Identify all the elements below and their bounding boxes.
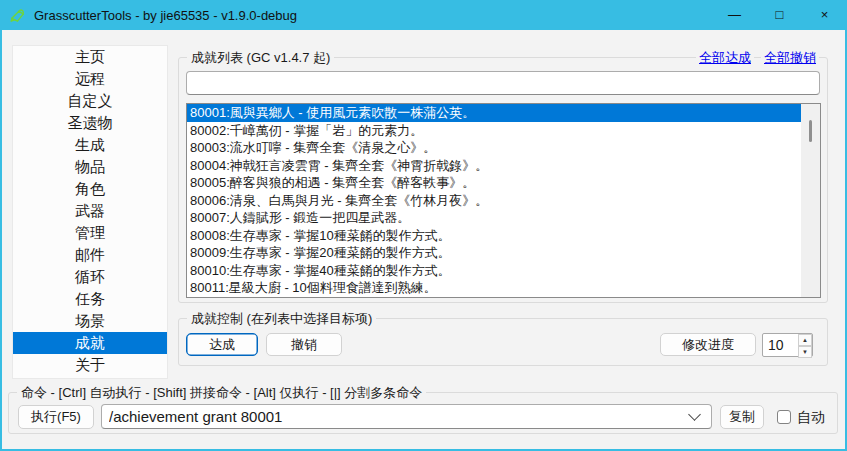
sidebar-nav: 主页 远程 自定义 圣遗物 生成 物品 角色 武器 管理 邮件 循环 任务 场景… [12,45,168,379]
sidebar-item-quests[interactable]: 任务 [13,288,167,310]
app-icon [9,7,26,24]
sidebar-item-about[interactable]: 关于 [13,354,167,376]
modify-progress-button[interactable]: 修改进度 [660,333,756,356]
maximize-button[interactable]: □ [757,0,802,30]
sidebar-item-management[interactable]: 管理 [13,222,167,244]
achievement-list-item[interactable]: 80008:生存專家 - 掌握10種菜餚的製作方式。 [187,227,801,245]
achievement-list-item[interactable]: 80011:星級大廚 - 10個料理食譜達到熟練。 [187,279,801,297]
achievement-list-item[interactable]: 80003:流水叮嚀 - 集齊全套《清泉之心》。 [187,139,801,157]
grant-button[interactable]: 达成 [186,333,258,356]
minimize-button[interactable]: — [712,0,757,30]
achievement-list-item[interactable]: 80001:風與異鄉人 - 使用風元素吹散一株蒲公英。 [187,104,801,122]
sidebar-item-achievements[interactable]: 成就 [13,332,167,354]
achievement-list-item[interactable]: 80002:千嶂萬仞 - 掌握「岩」的元素力。 [187,122,801,140]
command-input[interactable] [102,408,690,425]
achievement-list-item[interactable]: 80005:醉客與狼的相遇 - 集齊全套《醉客軼事》。 [187,174,801,192]
sidebar-item-mail[interactable]: 邮件 [13,244,167,266]
command-group-title: 命令 - [Ctrl] 自动执行 - [Shift] 拼接命令 - [Alt] … [17,385,426,401]
auto-checkbox-label[interactable]: 自动 [797,407,825,427]
spin-up-icon[interactable]: ▲ [798,334,812,346]
progress-stepper: ▲ ▼ [762,333,813,357]
sidebar-item-items[interactable]: 物品 [13,156,167,178]
copy-button[interactable]: 复制 [720,405,764,429]
sidebar-item-remote[interactable]: 远程 [13,68,167,90]
achievement-listbox: 80001:風與異鄉人 - 使用風元素吹散一株蒲公英。 80002:千嶂萬仞 -… [186,103,821,298]
achievement-list-item[interactable]: 80009:生存專家 - 掌握20種菜餚的製作方式。 [187,244,801,262]
grant-all-link[interactable]: 全部达成 [696,50,754,66]
command-combobox [101,404,712,429]
achievement-filter-input[interactable] [186,71,820,95]
sidebar-item-home[interactable]: 主页 [13,46,167,68]
achievement-list-item[interactable]: 80006:清泉、白馬與月光 - 集齊全套《竹林月夜》。 [187,192,801,210]
window-titlebar: GrasscutterTools - by jie65535 - v1.9.0-… [0,0,847,30]
sidebar-item-weapons[interactable]: 武器 [13,200,167,222]
sidebar-item-characters[interactable]: 角色 [13,178,167,200]
revoke-all-link[interactable]: 全部撤销 [761,50,819,66]
spin-down-icon[interactable]: ▼ [798,346,812,358]
window-title: GrasscutterTools - by jie65535 - v1.9.0-… [34,8,297,23]
revoke-button[interactable]: 撤销 [266,333,342,356]
achievement-list-group-title: 成就列表 (GC v1.4.7 起) [187,50,334,66]
progress-value-input[interactable] [763,334,798,356]
sidebar-item-spawn[interactable]: 生成 [13,134,167,156]
achievement-control-group-title: 成就控制 (在列表中选择目标项) [187,311,376,327]
list-scrollbar-thumb[interactable] [809,120,812,142]
app-window: GrasscutterTools - by jie65535 - v1.9.0-… [0,0,847,451]
sidebar-item-scenes[interactable]: 场景 [13,310,167,332]
achievement-list-item[interactable]: 80007:人鑄賦形 - 鍛造一把四星武器。 [187,209,801,227]
sidebar-item-loop[interactable]: 循环 [13,266,167,288]
sidebar-item-custom[interactable]: 自定义 [13,90,167,112]
run-command-button[interactable]: 执行(F5) [18,405,94,429]
auto-checkbox[interactable] [777,410,791,424]
achievement-list-item[interactable]: 80010:生存專家 - 掌握40種菜餚的製作方式。 [187,262,801,280]
close-button[interactable]: × [802,0,847,30]
sidebar-item-artifacts[interactable]: 圣遗物 [13,112,167,134]
achievement-list-item[interactable]: 80004:神戟狂言凌雲霄 - 集齊全套《神霄折戟錄》。 [187,157,801,175]
chevron-down-icon[interactable] [688,408,701,421]
list-scrollbar[interactable] [801,104,820,297]
